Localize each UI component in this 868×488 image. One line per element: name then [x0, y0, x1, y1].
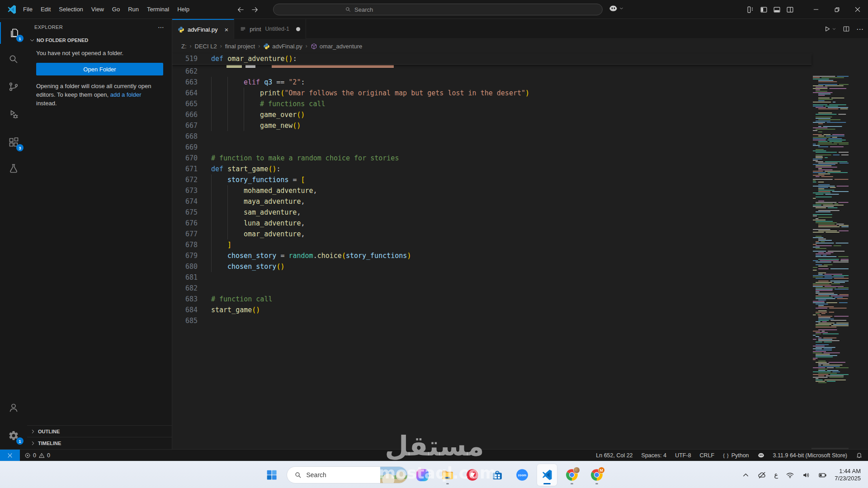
line-number[interactable]: 675 [172, 207, 198, 218]
taskbar-search-box[interactable]: Search [287, 466, 408, 483]
tray-wifi[interactable] [786, 471, 794, 479]
toggle-panel-icon[interactable] [773, 6, 781, 14]
status-notifications[interactable] [856, 452, 863, 459]
sticky-scroll-line[interactable]: 519def omar_adventure(): [172, 53, 811, 65]
line-number[interactable]: 672 [172, 174, 198, 185]
menu-selection[interactable]: Selection [55, 0, 87, 19]
code-line-673[interactable]: 673mohamed_adventure, [172, 185, 811, 196]
code-line-664[interactable]: 664print("Omar follows the original map … [172, 88, 811, 99]
breadcrumb-final-project[interactable]: final project [225, 43, 255, 50]
code-line-679[interactable]: 679chosen_story = random.choice(story_fu… [172, 250, 811, 261]
section-no-folder-opened[interactable]: NO FOLDER OPENED [27, 35, 172, 45]
taskbar-file-explorer[interactable] [438, 464, 458, 486]
code-line-677[interactable]: 677omar_adventure, [172, 229, 811, 239]
menu-go[interactable]: Go [108, 0, 124, 19]
code-line-683[interactable]: 683# function call [172, 294, 811, 305]
toggle-primary-sidebar-icon[interactable] [760, 6, 768, 14]
tab-close-icon[interactable]: × [224, 26, 228, 33]
line-number[interactable]: 684 [172, 305, 198, 315]
problems-status[interactable]: 0 0 [24, 452, 50, 459]
line-number[interactable]: 676 [172, 218, 198, 229]
menu-file[interactable]: File [19, 0, 37, 19]
breadcrumb-advfinal-py[interactable]: advFinal.py [263, 43, 302, 50]
tray-volume[interactable] [802, 471, 811, 479]
taskbar-start[interactable] [262, 464, 282, 486]
taskbar-copilot[interactable] [413, 464, 433, 486]
status-eol[interactable]: CRLF [700, 452, 715, 459]
line-number[interactable]: 519 [172, 53, 198, 64]
line-number[interactable]: 671 [172, 164, 198, 174]
activity-settings[interactable]: 1 [0, 425, 27, 446]
breadcrumb-omar-adventure[interactable]: omar_adventure [311, 43, 363, 50]
menu-view[interactable]: View [87, 0, 108, 19]
line-number[interactable]: 682 [172, 283, 198, 294]
code-line-678[interactable]: 678] [172, 239, 811, 250]
code-line-681[interactable]: 681 [172, 272, 811, 283]
timeline-section-header[interactable]: TIMELINE [27, 437, 172, 449]
menu-edit[interactable]: Edit [37, 0, 55, 19]
add-folder-link[interactable]: add a folder [110, 91, 142, 98]
activity-source-control[interactable] [0, 76, 27, 98]
status-indentation[interactable]: Spaces: 4 [642, 452, 667, 459]
line-number[interactable]: 673 [172, 185, 198, 196]
taskbar-microsoft-store[interactable] [487, 464, 507, 486]
editor-more-actions-icon[interactable]: ⋯ [856, 25, 863, 33]
line-number[interactable]: 663 [172, 77, 198, 88]
window-minimize-button[interactable] [806, 0, 826, 19]
remote-indicator[interactable] [0, 450, 20, 461]
search-highlight-image[interactable] [380, 467, 407, 483]
line-number[interactable]: 662 [172, 66, 198, 77]
status-copilot-status[interactable] [758, 452, 764, 459]
window-close-button[interactable] [847, 0, 868, 19]
activity-search[interactable] [0, 48, 27, 70]
activity-run-debug[interactable] [0, 103, 27, 125]
line-number[interactable]: 678 [172, 239, 198, 250]
status-cursor-position[interactable]: Ln 652, Col 22 [596, 452, 632, 459]
tray-input-language[interactable]: ع [774, 471, 778, 479]
code-line-sticky-519[interactable]: 519def omar_adventure(): [172, 53, 811, 64]
code-line-671[interactable]: 671def start_game(): [172, 164, 811, 174]
line-number[interactable]: 683 [172, 294, 198, 305]
taskbar-red-app[interactable] [462, 464, 482, 486]
activity-testing[interactable] [0, 158, 27, 179]
window-restore-button[interactable] [826, 0, 847, 19]
code-line-684[interactable]: 684start_game() [172, 305, 811, 315]
code-line-669[interactable]: 669 [172, 142, 811, 153]
navigate-forward-icon[interactable] [251, 6, 259, 14]
code-line-685[interactable]: 685 [172, 315, 811, 326]
line-number[interactable]: 667 [172, 120, 198, 131]
code-line-663[interactable]: 663elif q3 == "2": [172, 77, 811, 88]
outline-section-header[interactable]: OUTLINE [27, 425, 172, 437]
line-number[interactable]: 677 [172, 229, 198, 239]
code-line-662[interactable]: 662 [172, 66, 811, 77]
breadcrumb-deci-l2[interactable]: DECI L2 [195, 43, 217, 50]
line-number[interactable]: 669 [172, 142, 198, 153]
code-line-682[interactable]: 682 [172, 283, 811, 294]
code-line-665[interactable]: 665# functions call [172, 99, 811, 109]
activity-accounts[interactable] [0, 397, 27, 418]
taskbar-vscode[interactable] [537, 464, 557, 486]
navigate-back-icon[interactable] [237, 6, 245, 14]
code-line-667[interactable]: 667game_new() [172, 120, 811, 131]
taskbar-chrome-profile-2[interactable]: M [587, 464, 607, 486]
line-number[interactable]: 670 [172, 153, 198, 164]
line-number[interactable]: 665 [172, 99, 198, 109]
tab-advfinal-py[interactable]: advFinal.py× [172, 19, 234, 39]
tray-battery[interactable] [818, 471, 827, 479]
code-line-676[interactable]: 676luna_adventure, [172, 218, 811, 229]
line-number[interactable]: 664 [172, 88, 198, 99]
minimap[interactable] [811, 73, 849, 483]
split-editor-icon[interactable] [843, 25, 850, 33]
activity-explorer[interactable]: 1 [0, 22, 27, 44]
code-line-675[interactable]: 675sam_adventure, [172, 207, 811, 218]
explorer-more-actions[interactable]: ⋯ [158, 23, 165, 31]
status-language-mode[interactable]: { }Python [723, 452, 749, 459]
taskbar-chrome-profile-1[interactable] [562, 464, 582, 486]
menu-run[interactable]: Run [124, 0, 143, 19]
copilot-menu-button[interactable] [609, 4, 624, 13]
menu-help[interactable]: Help [173, 0, 193, 19]
line-number[interactable]: 666 [172, 109, 198, 120]
code-line-672[interactable]: 672story_functions = [ [172, 174, 811, 185]
tab-print[interactable]: printUntitled-1 [234, 19, 306, 39]
customize-layout-icon[interactable] [747, 6, 755, 14]
